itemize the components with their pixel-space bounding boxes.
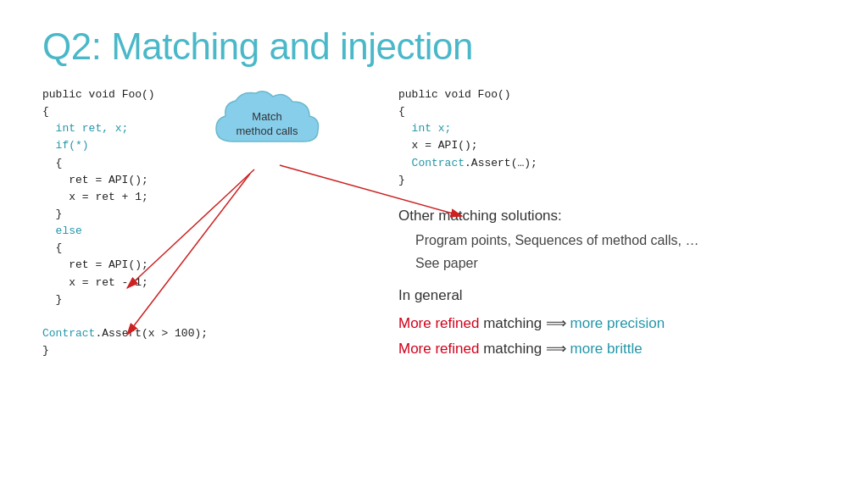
left-code-line: ret = API(); <box>42 257 331 274</box>
content-area: public void Foo() { int ret, x; if(*) { … <box>42 86 826 363</box>
left-code-line: x = ret - 1; <box>42 274 331 291</box>
left-code-line: } <box>42 206 331 223</box>
left-code-line: x = ret + 1; <box>42 189 331 206</box>
left-code-line: } <box>42 291 331 308</box>
in-general-section: In general More refined matching ⟹ more … <box>398 283 826 363</box>
cloud-bubble: Matchmethod calls <box>212 86 322 163</box>
right-section: public void Foo() { int x; x = API(); Co… <box>331 86 826 363</box>
arrow-text-2: matching ⟹ <box>479 341 570 357</box>
refined-text-1: More refined <box>398 315 479 331</box>
other-matching-line2: See paper <box>398 252 826 274</box>
in-general-header: In general <box>398 283 826 309</box>
left-code-line: else <box>42 223 331 240</box>
left-code-line <box>42 308 331 325</box>
slide-title: Q2: Matching and injection <box>42 25 826 68</box>
right-code-line: public void Foo() <box>398 86 826 103</box>
refined-text-2: More refined <box>398 341 479 357</box>
slide: Q2: Matching and injection public void F… <box>0 0 868 488</box>
in-general-line1: More refined matching ⟹ more precision <box>398 311 826 337</box>
other-matching-line1: Program points, Sequences of method call… <box>398 229 826 252</box>
right-code-block: public void Foo() { int x; x = API(); Co… <box>398 86 826 189</box>
right-code-line: } <box>398 172 826 189</box>
right-code-line: x = API(); <box>398 137 826 154</box>
other-matching-header: Other matching solutions: <box>398 204 826 229</box>
left-code-contract-line: Contract.Assert(x > 100); <box>42 325 331 342</box>
left-code-line: } <box>42 342 331 359</box>
right-code-line: int x; <box>398 120 826 137</box>
in-general-line2: More refined matching ⟹ more brittle <box>398 336 826 363</box>
precision-text: more precision <box>570 315 665 331</box>
other-matching-section: Other matching solutions: Program points… <box>398 204 826 274</box>
brittle-text: more brittle <box>570 341 643 357</box>
right-code-line: { <box>398 103 826 120</box>
left-code-line: ret = API(); <box>42 172 331 189</box>
arrow-text-1: matching ⟹ <box>479 315 570 331</box>
right-code-contract-line: Contract.Assert(…); <box>398 155 826 172</box>
left-code-line: { <box>42 240 331 257</box>
cloud-label: Matchmethod calls <box>225 110 309 139</box>
